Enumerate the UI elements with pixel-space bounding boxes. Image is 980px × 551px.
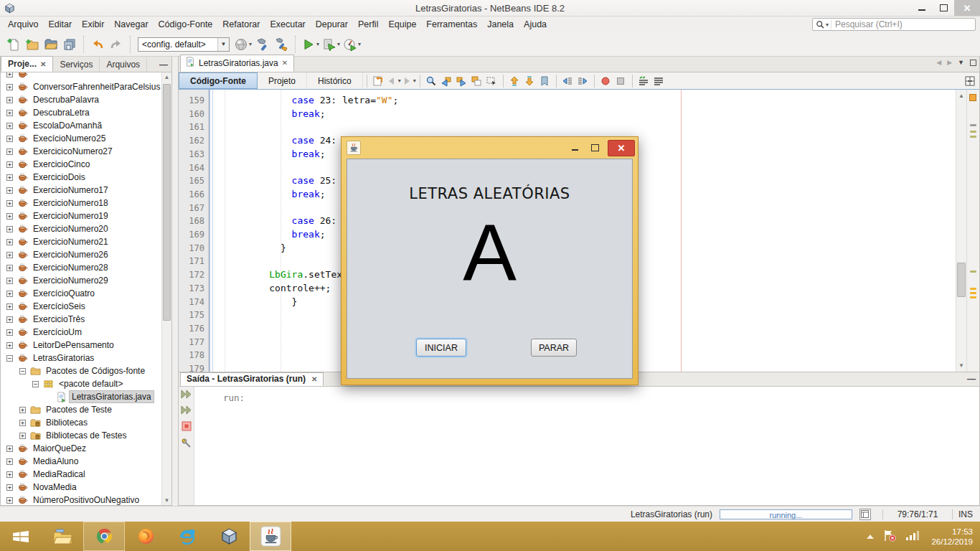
tree-item-mediaaluno[interactable]: +MediaAluno [1, 455, 161, 468]
tree-item-bibliotecas-de-testes[interactable]: +Bibliotecas de Testes [1, 429, 161, 442]
iniciar-button[interactable]: INICIAR [416, 339, 466, 357]
menu-arquivo[interactable]: Arquivo [3, 18, 43, 31]
expand-icon[interactable]: + [19, 420, 26, 426]
menu-codigo-fonte[interactable]: Código-Fonte [154, 18, 218, 31]
menu-perfil[interactable]: Perfil [353, 18, 383, 31]
expand-icon[interactable]: + [6, 316, 13, 323]
output-console[interactable]: run: [194, 387, 979, 505]
action-center-flag-icon[interactable] [883, 529, 897, 544]
toggle-bookmark-button[interactable] [537, 74, 552, 88]
tree-item-exerciciodois[interactable]: +ExercicioDois [1, 171, 161, 184]
tree-item-exercicionumero19[interactable]: +ExercicioNumero19 [1, 209, 161, 222]
shift-left-button[interactable] [560, 74, 575, 88]
tree-item-exerciciotres[interactable]: +ExercicioTrês [1, 313, 161, 326]
tree-item-pacote-default[interactable]: −<pacote default> [1, 377, 161, 390]
back-button[interactable]: ▾ [386, 74, 401, 88]
toggle-highlight-button[interactable] [469, 74, 484, 88]
config-select[interactable]: <config. default> ▼ [138, 37, 230, 52]
dialog-close-button[interactable]: ✕ [608, 140, 635, 156]
network-signal-icon[interactable] [906, 530, 919, 542]
warning-mark[interactable] [970, 292, 976, 294]
expand-icon[interactable]: + [6, 278, 13, 284]
profile-dropdown-icon[interactable]: ▾ [358, 41, 361, 47]
rerun-with-options-button[interactable] [181, 405, 192, 417]
dialog-minimize-button[interactable] [565, 143, 585, 154]
window-minimize-button[interactable] [911, 0, 933, 16]
expand-icon[interactable]: + [6, 329, 13, 336]
last-edit-button[interactable] [371, 74, 386, 88]
run-dropdown-icon[interactable]: ▾ [316, 41, 319, 47]
document-list-icon[interactable]: ▼ [958, 59, 964, 66]
tab-services[interactable]: Serviços [53, 57, 100, 72]
code-line[interactable] [213, 121, 956, 134]
scrollbar-thumb[interactable] [957, 263, 966, 297]
tree-item-letrasgiratorias-java[interactable]: LetrasGiratorias.java [1, 390, 161, 403]
clean-build-button[interactable] [272, 35, 291, 54]
deploy-button[interactable]: ▾ [232, 35, 253, 54]
expand-icon[interactable]: + [6, 72, 13, 77]
minimize-panel-button[interactable]: — [963, 374, 979, 386]
scrollbar-thumb[interactable] [163, 84, 171, 321]
expand-icon[interactable]: + [6, 174, 13, 181]
taskbar-clock[interactable]: 17:53 26/12/2019 [928, 527, 973, 547]
collapse-icon[interactable]: − [32, 381, 39, 387]
uncomment-button[interactable] [651, 74, 666, 88]
tree-item-exerciciconumero27[interactable]: +ExercicicoNumero27 [1, 145, 161, 158]
find-selection-button[interactable] [424, 74, 439, 88]
menu-depurar[interactable]: Depurar [311, 18, 353, 31]
warning-mark[interactable] [970, 131, 976, 133]
build-project-button[interactable] [253, 35, 272, 54]
letras-aleatorias-window[interactable]: ✕ LETRAS ALEATÓRIAS A INICIAR PARAR [341, 136, 639, 385]
menu-ajuda[interactable]: Ajuda [519, 18, 552, 31]
tree-item-pacotes-de-teste[interactable]: +Pacotes de Teste [1, 403, 161, 416]
split-document-icon[interactable] [962, 74, 977, 88]
tree-item-exercicioum[interactable]: +ExercícioUm [1, 326, 161, 339]
tree-item-mediaradical[interactable]: +MediaRadical [1, 468, 161, 481]
maximize-editor-icon[interactable] [970, 60, 976, 66]
tree-item-descubraletra[interactable]: +DescubraLetra [1, 106, 161, 119]
internet-explorer-button[interactable] [166, 522, 208, 551]
expand-icon[interactable]: + [6, 303, 13, 310]
editor-tab[interactable]: LetrasGiratorias.java ✕ [180, 55, 294, 72]
file-explorer-button[interactable] [42, 522, 83, 551]
scroll-up-icon[interactable]: ▲ [162, 72, 171, 82]
comment-button[interactable] [636, 74, 651, 88]
panel-splitter[interactable] [172, 57, 178, 506]
search-icon[interactable]: ▾ [813, 20, 831, 29]
tab-projects[interactable]: Proje...✕ [1, 56, 53, 72]
expand-icon[interactable]: + [19, 407, 26, 413]
scroll-tabs-right-icon[interactable]: ▶ [947, 59, 952, 66]
expand-icon[interactable]: + [6, 213, 13, 220]
projects-scrollbar[interactable]: ▲ ▼ [161, 72, 171, 505]
expand-icon[interactable]: + [6, 200, 13, 207]
view-history-button[interactable]: Histórico [307, 72, 363, 89]
scroll-down-icon[interactable]: ▼ [162, 496, 171, 505]
java-app-button[interactable] [250, 522, 291, 551]
expand-icon[interactable]: + [6, 252, 13, 258]
rerun-button[interactable] [181, 390, 192, 401]
expand-icon[interactable]: + [6, 226, 13, 232]
expand-icon[interactable]: + [6, 136, 13, 142]
expand-icon[interactable]: + [6, 265, 13, 271]
tree-item-exerciciocinco[interactable]: +ExercicioCinco [1, 158, 161, 171]
close-tab-icon[interactable]: ✕ [282, 59, 288, 67]
redo-button[interactable] [107, 35, 126, 54]
menu-equipe[interactable]: Equipe [383, 18, 421, 31]
expand-icon[interactable]: + [6, 110, 13, 116]
find-next-button[interactable] [454, 74, 469, 88]
close-tab-icon[interactable]: ✕ [311, 375, 317, 383]
code-line[interactable]: break; [213, 108, 956, 121]
expand-icon[interactable]: + [6, 484, 13, 491]
tree-item-descrubapalavra[interactable]: +DescrubaPalavra [1, 93, 161, 106]
tree-item-exercicionumero21[interactable]: +ExercicioNumero21 [1, 235, 161, 248]
error-stripe[interactable] [966, 90, 979, 372]
stop-build-button[interactable] [182, 421, 192, 433]
menu-executar[interactable]: Executar [265, 18, 310, 31]
show-hidden-icons-button[interactable] [867, 534, 874, 539]
expand-icon[interactable]: + [6, 161, 13, 168]
view-design-button[interactable]: Projeto [258, 72, 307, 89]
progress-bar[interactable]: running... [720, 509, 852, 519]
warnings-badge[interactable] [969, 94, 976, 101]
warning-mark[interactable] [970, 270, 976, 273]
tree-item-exercicionumero29[interactable]: +ExercicioNumero29 [1, 274, 161, 287]
